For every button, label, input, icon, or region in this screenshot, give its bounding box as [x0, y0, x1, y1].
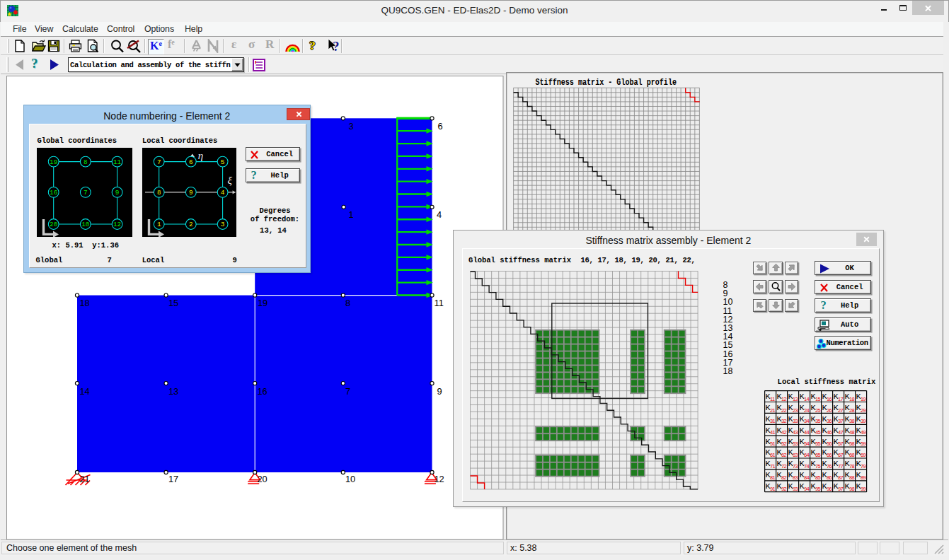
svg-text:9: 9 [189, 189, 193, 197]
svg-text:76: 76 [827, 463, 832, 469]
svg-text:95: 95 [815, 486, 821, 492]
svg-text:36: 36 [827, 418, 832, 424]
svg-text:16: 16 [258, 386, 268, 397]
svg-text:44: 44 [804, 429, 810, 436]
svg-text:77: 77 [838, 463, 844, 469]
svg-text:4: 4 [220, 189, 224, 197]
svg-text:48: 48 [849, 429, 855, 436]
svg-text:1: 1 [349, 209, 354, 220]
svg-text:8: 8 [84, 158, 88, 166]
svg-text:15: 15 [815, 396, 821, 402]
svg-text:89: 89 [861, 474, 866, 481]
svg-text:73: 73 [793, 463, 798, 469]
svg-text:20: 20 [258, 474, 268, 484]
svg-text:11: 11 [435, 298, 444, 308]
svg-text:91: 91 [770, 486, 776, 492]
svg-text:12: 12 [113, 221, 121, 228]
svg-text:15: 15 [168, 298, 178, 308]
svg-text:27: 27 [838, 407, 844, 414]
svg-text:58: 58 [849, 441, 855, 447]
svg-text:56: 56 [827, 441, 832, 447]
svg-text:64: 64 [804, 452, 810, 458]
svg-text:19: 19 [861, 396, 866, 402]
svg-text:2: 2 [189, 221, 193, 228]
svg-text:32: 32 [781, 418, 787, 424]
svg-text:96: 96 [827, 486, 832, 492]
svg-text:ξ: ξ [227, 175, 232, 186]
svg-text:86: 86 [827, 474, 832, 481]
svg-text:93: 93 [793, 486, 798, 492]
svg-text:57: 57 [838, 441, 844, 447]
svg-text:34: 34 [804, 418, 810, 424]
svg-text:67: 67 [838, 452, 844, 458]
svg-text:17: 17 [838, 396, 844, 402]
svg-text:23: 23 [793, 407, 798, 414]
svg-text:54: 54 [804, 441, 810, 447]
svg-text:14: 14 [80, 386, 90, 397]
svg-text:92: 92 [781, 486, 787, 492]
svg-text:97: 97 [838, 486, 844, 492]
svg-text:9: 9 [437, 386, 442, 397]
svg-text:10: 10 [345, 474, 355, 484]
svg-text:25: 25 [815, 407, 821, 414]
svg-text:7: 7 [84, 189, 88, 197]
svg-text:75: 75 [815, 463, 821, 469]
svg-text:29: 29 [861, 407, 866, 414]
svg-text:8: 8 [345, 298, 350, 308]
svg-text:3: 3 [220, 221, 224, 228]
svg-text:45: 45 [815, 429, 821, 436]
svg-text:11: 11 [113, 158, 122, 166]
svg-text:31: 31 [770, 418, 776, 424]
svg-text:63: 63 [793, 452, 798, 458]
svg-text:84: 84 [804, 474, 810, 481]
svg-text:35: 35 [815, 418, 821, 424]
svg-text:28: 28 [849, 407, 855, 414]
svg-text:12: 12 [435, 474, 444, 484]
svg-text:82: 82 [781, 474, 787, 481]
svg-text:46: 46 [827, 429, 832, 436]
svg-text:72: 72 [781, 463, 787, 469]
svg-text:21: 21 [80, 474, 90, 484]
svg-text:39: 39 [861, 418, 866, 424]
svg-text:8: 8 [157, 189, 161, 197]
svg-text:21: 21 [770, 407, 776, 414]
svg-text:69: 69 [861, 452, 866, 458]
svg-text:6: 6 [189, 158, 193, 166]
svg-text:19: 19 [50, 158, 57, 166]
svg-text:53: 53 [793, 441, 798, 447]
svg-text:11: 11 [770, 396, 775, 402]
svg-text:4: 4 [437, 209, 442, 220]
svg-text:18: 18 [80, 298, 90, 308]
svg-text:16: 16 [827, 396, 832, 402]
svg-text:62: 62 [781, 452, 787, 458]
svg-text:52: 52 [781, 441, 787, 447]
svg-text:59: 59 [861, 441, 866, 447]
svg-text:1: 1 [157, 221, 161, 228]
svg-text:33: 33 [793, 418, 798, 424]
svg-text:37: 37 [838, 418, 844, 424]
svg-text:38: 38 [849, 418, 855, 424]
svg-text:68: 68 [849, 452, 855, 458]
svg-text:85: 85 [815, 474, 821, 481]
svg-text:7: 7 [157, 158, 161, 166]
svg-text:55: 55 [815, 441, 821, 447]
svg-text:22: 22 [781, 407, 787, 414]
svg-text:61: 61 [770, 452, 776, 458]
svg-text:10: 10 [81, 221, 89, 228]
svg-text:79: 79 [861, 463, 866, 469]
svg-text:20: 20 [50, 221, 57, 228]
svg-text:99: 99 [861, 486, 866, 492]
svg-text:74: 74 [804, 463, 810, 469]
svg-text:13: 13 [793, 396, 798, 402]
svg-text:66: 66 [827, 452, 832, 458]
svg-text:49: 49 [861, 429, 866, 436]
svg-text:14: 14 [804, 396, 810, 402]
svg-text:51: 51 [770, 441, 776, 447]
svg-text:24: 24 [804, 407, 810, 414]
svg-text:81: 81 [770, 474, 776, 481]
svg-text:η: η [197, 150, 202, 161]
svg-text:12: 12 [781, 396, 787, 402]
svg-text:94: 94 [804, 486, 810, 492]
svg-text:78: 78 [849, 463, 855, 469]
svg-text:83: 83 [793, 474, 798, 481]
